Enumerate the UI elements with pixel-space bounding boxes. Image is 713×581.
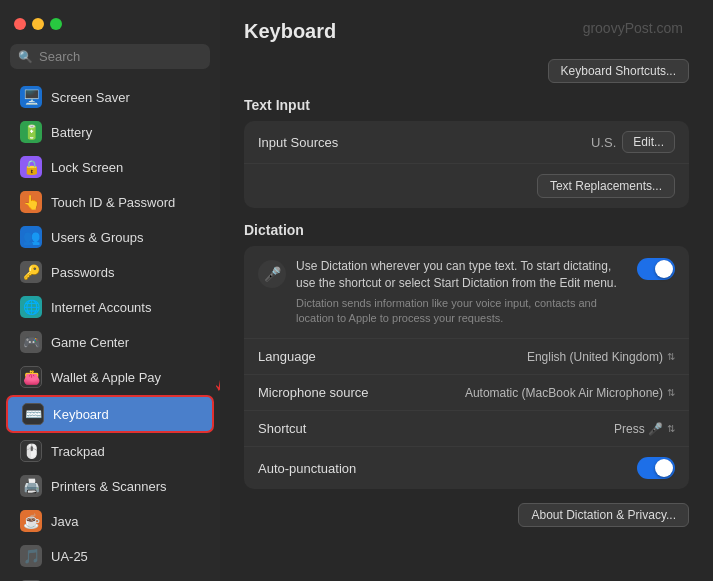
about-dictation-button[interactable]: About Dictation & Privacy...	[518, 503, 689, 527]
passwords-icon: 🔑	[20, 261, 42, 283]
lock-screen-icon: 🔒	[20, 156, 42, 178]
keyboard-shortcuts-button[interactable]: Keyboard Shortcuts...	[548, 59, 689, 83]
main-content: groovyPost.com Keyboard Keyboard Shortcu…	[220, 0, 713, 581]
shortcut-row: Shortcut Press 🎤 ⇅	[244, 411, 689, 447]
language-select[interactable]: English (United Kingdom) ⇅	[527, 350, 675, 364]
bottom-button-row: About Dictation & Privacy...	[244, 503, 689, 527]
sidebar-item-wallet[interactable]: 👛Wallet & Apple Pay	[6, 360, 214, 394]
game-center-icon: 🎮	[20, 331, 42, 353]
sidebar-item-lock-screen[interactable]: 🔒Lock Screen	[6, 150, 214, 184]
users-groups-icon: 👥	[20, 226, 42, 248]
sidebar-item-label: Battery	[51, 125, 92, 140]
minimize-button[interactable]	[32, 18, 44, 30]
language-label: Language	[258, 349, 316, 364]
search-input[interactable]	[39, 49, 202, 64]
text-input-card: Input Sources U.S. Edit... Text Replacem…	[244, 121, 689, 208]
sidebar-item-label: Screen Saver	[51, 90, 130, 105]
sidebar-item-screen-saver[interactable]: 🖥️Screen Saver	[6, 80, 214, 114]
sidebar-item-touch-id[interactable]: 👆Touch ID & Password	[6, 185, 214, 219]
sidebar-item-game-center[interactable]: 🎮Game Center	[6, 325, 214, 359]
input-sources-row: Input Sources U.S. Edit...	[244, 121, 689, 164]
sidebar-item-battery[interactable]: 🔋Battery	[6, 115, 214, 149]
sidebar-item-label: Game Center	[51, 335, 129, 350]
sidebar-item-yamaha[interactable]: 🎹YAMAHA USB-MIDI	[6, 574, 214, 581]
microphone-select[interactable]: Automatic (MacBook Air Microphone) ⇅	[465, 386, 675, 400]
sidebar-item-label: UA-25	[51, 549, 88, 564]
dictation-toggle[interactable]	[637, 258, 675, 280]
chevron-icon: ⇅	[667, 387, 675, 398]
search-icon: 🔍	[18, 50, 33, 64]
sidebar-item-label: Users & Groups	[51, 230, 143, 245]
dictation-desc-row: 🎤 Use Dictation wherever you can type te…	[244, 246, 689, 339]
wallet-icon: 👛	[20, 366, 42, 388]
sidebar-item-label: Keyboard	[53, 407, 109, 422]
sidebar-item-keyboard[interactable]: ⌨️Keyboard↓	[6, 395, 214, 433]
dictation-main-text: Use Dictation wherever you can type text…	[296, 258, 627, 292]
text-input-section-header: Text Input	[244, 97, 689, 113]
microphone-row: Microphone source Automatic (MacBook Air…	[244, 375, 689, 411]
sidebar-item-label: Passwords	[51, 265, 115, 280]
shortcut-select[interactable]: Press 🎤 ⇅	[614, 422, 675, 436]
dictation-card: 🎤 Use Dictation wherever you can type te…	[244, 246, 689, 489]
java-icon: ☕	[20, 510, 42, 532]
trackpad-icon: 🖱️	[20, 440, 42, 462]
internet-accounts-icon: 🌐	[20, 296, 42, 318]
sidebar-item-java[interactable]: ☕Java	[6, 504, 214, 538]
battery-icon: 🔋	[20, 121, 42, 143]
top-button-row: Keyboard Shortcuts...	[244, 59, 689, 83]
sidebar-item-trackpad[interactable]: 🖱️Trackpad	[6, 434, 214, 468]
maximize-button[interactable]	[50, 18, 62, 30]
sidebar-item-ua25[interactable]: 🎵UA-25	[6, 539, 214, 573]
text-replacements-row: Text Replacements...	[244, 164, 689, 208]
sidebar-item-label: Touch ID & Password	[51, 195, 175, 210]
sidebar-item-label: Trackpad	[51, 444, 105, 459]
close-button[interactable]	[14, 18, 26, 30]
language-row: Language English (United Kingdom) ⇅	[244, 339, 689, 375]
printers-icon: 🖨️	[20, 475, 42, 497]
sidebar-item-printers[interactable]: 🖨️Printers & Scanners	[6, 469, 214, 503]
page-title: Keyboard	[244, 20, 689, 43]
sidebar-item-label: Java	[51, 514, 78, 529]
microphone-icon: 🎤	[258, 260, 286, 288]
sidebar-item-label: Printers & Scanners	[51, 479, 167, 494]
sidebar-item-label: Internet Accounts	[51, 300, 151, 315]
chevron-icon: ⇅	[667, 351, 675, 362]
sidebar-item-users-groups[interactable]: 👥Users & Groups	[6, 220, 214, 254]
sidebar-list: 🖥️Screen Saver🔋Battery🔒Lock Screen👆Touch…	[0, 79, 220, 581]
touch-id-icon: 👆	[20, 191, 42, 213]
sidebar-item-passwords[interactable]: 🔑Passwords	[6, 255, 214, 289]
shortcut-label: Shortcut	[258, 421, 306, 436]
sidebar-item-label: Lock Screen	[51, 160, 123, 175]
search-box[interactable]: 🔍	[10, 44, 210, 69]
text-replacements-button[interactable]: Text Replacements...	[537, 174, 675, 198]
screen-saver-icon: 🖥️	[20, 86, 42, 108]
dictation-sub-text: Dictation sends information like your vo…	[296, 296, 627, 327]
dictation-text-block: Use Dictation wherever you can type text…	[296, 258, 627, 326]
input-sources-value: U.S. Edit...	[591, 131, 675, 153]
chevron-icon: ⇅	[667, 423, 675, 434]
auto-punctuation-row: Auto-punctuation	[244, 447, 689, 489]
traffic-lights	[0, 10, 220, 44]
input-sources-label: Input Sources	[258, 135, 338, 150]
sidebar-item-internet-accounts[interactable]: 🌐Internet Accounts	[6, 290, 214, 324]
sidebar: 🔍 🖥️Screen Saver🔋Battery🔒Lock Screen👆Tou…	[0, 0, 220, 581]
microphone-label: Microphone source	[258, 385, 369, 400]
auto-punctuation-toggle[interactable]	[637, 457, 675, 479]
ua25-icon: 🎵	[20, 545, 42, 567]
keyboard-icon: ⌨️	[22, 403, 44, 425]
auto-punctuation-label: Auto-punctuation	[258, 461, 356, 476]
edit-button[interactable]: Edit...	[622, 131, 675, 153]
dictation-section-header: Dictation	[244, 222, 689, 238]
sidebar-item-label: Wallet & Apple Pay	[51, 370, 161, 385]
